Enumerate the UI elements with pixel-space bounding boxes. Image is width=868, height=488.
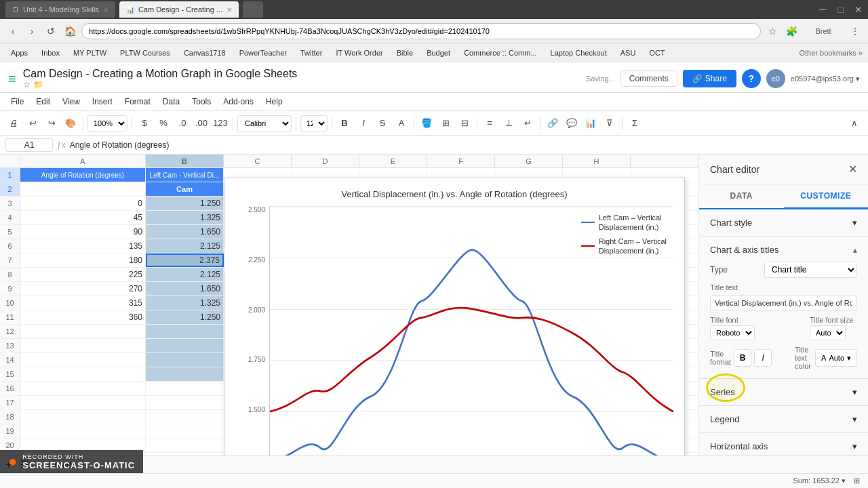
menu-view[interactable]: View (57, 94, 85, 109)
header-cell-b1[interactable]: Left Cam - Vertical Di... (146, 168, 224, 182)
cell-b7[interactable]: 2.375 (146, 253, 224, 267)
cell-a14[interactable] (20, 353, 146, 367)
tab-close-cam[interactable]: ✕ (226, 6, 232, 14)
tab-empty[interactable] (243, 1, 263, 18)
cell-b4[interactable]: 1.325 (146, 211, 224, 224)
comments-button[interactable]: Comments (620, 70, 677, 87)
minimize-btn[interactable]: ─ (819, 3, 827, 16)
paint-format-btn[interactable]: 🎨 (62, 115, 79, 131)
user-email[interactable]: e05974@ips53.org ▾ (791, 75, 860, 83)
tab-data[interactable]: DATA (699, 184, 784, 208)
align-btn[interactable]: ≡ (481, 115, 498, 131)
menu-edit[interactable]: Edit (31, 94, 56, 109)
title-font-size-select[interactable]: Auto (810, 325, 846, 340)
cell-b11[interactable]: 1.250 (146, 310, 224, 324)
chart-container[interactable]: Vertical Displacement (in.) vs. Angle of… (224, 178, 685, 455)
pltw-courses-bookmark[interactable]: PLTW Courses (115, 47, 176, 58)
back-btn[interactable]: ‹ (5, 24, 20, 39)
functions-btn[interactable]: Σ (627, 115, 643, 131)
insert-chart-btn[interactable]: 📊 (583, 115, 599, 131)
cell-a3[interactable]: 0 (20, 197, 146, 210)
chart-axis-titles-header[interactable]: Chart & axis titles ▴ (710, 245, 857, 255)
insert-comment-btn[interactable]: 💬 (564, 115, 580, 131)
series-header[interactable]: Series ▾ (699, 379, 868, 405)
col-header-b[interactable]: B (146, 155, 224, 167)
cell-b10[interactable]: 1.325 (146, 296, 224, 310)
cell-b3[interactable]: 1.250 (146, 197, 224, 210)
twitter-bookmark[interactable]: Twitter (295, 47, 328, 58)
tab-cam-design[interactable]: 📊 Cam Design - Creating ... ✕ (119, 1, 239, 18)
col-header-g[interactable]: G (495, 155, 563, 167)
oct-bookmark[interactable]: OCT (644, 47, 670, 58)
tab-close-unit4[interactable]: ✕ (103, 6, 108, 14)
col-header-f[interactable]: F (427, 155, 495, 167)
fill-color-btn[interactable]: 🪣 (418, 115, 435, 131)
type-select[interactable]: Chart title (764, 262, 857, 278)
cell-b15[interactable] (146, 367, 224, 381)
filter-btn[interactable]: ⊽ (601, 115, 618, 131)
insert-link-btn[interactable]: 🔗 (545, 115, 561, 131)
inbox-bookmark[interactable]: Inbox (36, 47, 65, 58)
chart-style-header[interactable]: Chart style ▾ (699, 209, 868, 236)
help-button[interactable]: ? (742, 69, 761, 88)
more-btn[interactable]: ∧ (846, 115, 863, 131)
decimal-less-btn[interactable]: .00 (193, 115, 210, 131)
other-bookmarks[interactable]: Other bookmarks » (799, 49, 863, 57)
cell-a4[interactable]: 45 (20, 211, 146, 224)
strikethrough-btn[interactable]: S (374, 115, 391, 131)
powerteacher-bookmark[interactable]: PowerTeacher (234, 47, 292, 58)
cell-a12[interactable] (20, 325, 146, 338)
font-select[interactable]: Calibri (237, 115, 292, 131)
mypltw-bookmark[interactable]: MY PLTW (68, 47, 112, 58)
menu-file[interactable]: File (5, 94, 29, 109)
col-header-d[interactable]: D (292, 155, 359, 167)
horizontal-axis-header[interactable]: Horizontal axis ▾ (699, 433, 868, 455)
budget-bookmark[interactable]: Budget (421, 47, 456, 58)
home-btn[interactable]: 🏠 (62, 24, 77, 39)
address-input[interactable] (81, 23, 761, 39)
cell-b12[interactable] (146, 325, 224, 338)
close-editor-icon[interactable]: ✕ (848, 163, 857, 176)
maximize-btn[interactable]: □ (838, 4, 844, 15)
wrap-btn[interactable]: ↵ (519, 115, 536, 131)
folder-icon[interactable]: 📁 (33, 80, 43, 89)
laptop-checkout-bookmark[interactable]: Laptop Checkout (545, 47, 612, 58)
cell-a5[interactable]: 90 (20, 225, 146, 239)
menu-tools[interactable]: Tools (186, 94, 216, 109)
cell-a9[interactable]: 270 (20, 282, 146, 296)
title-color-btn[interactable]: A Auto ▾ (815, 349, 857, 367)
italic-btn[interactable]: I (355, 115, 372, 131)
user-avatar[interactable]: e0 (766, 69, 785, 88)
cell-a17[interactable] (20, 396, 146, 409)
cell-b2[interactable]: Cam (146, 182, 224, 196)
close-btn[interactable]: ✕ (854, 4, 863, 15)
tab-unit4[interactable]: 🗒 Unit 4 - Modeling Skills ✕ (5, 1, 115, 18)
title-text-input[interactable] (710, 296, 857, 310)
cell-a7[interactable]: 180 (20, 253, 146, 267)
borders-btn[interactable]: ⊞ (437, 115, 454, 131)
header-cell-a1[interactable]: Angle of Rotation (degrees) (20, 168, 146, 182)
percent-btn[interactable]: % (155, 115, 172, 131)
extensions-btn[interactable]: 🧩 (784, 24, 799, 39)
cell-a6[interactable]: 135 (20, 239, 146, 253)
cell-b8[interactable]: 2.125 (146, 268, 224, 281)
title-font-select[interactable]: Roboto (710, 325, 755, 340)
italic-format-btn[interactable]: I (754, 349, 772, 367)
col-header-c[interactable]: C (224, 155, 292, 167)
decimal-more-btn[interactable]: .0 (174, 115, 191, 131)
undo-btn[interactable]: ↩ (24, 115, 41, 131)
bold-btn[interactable]: B (336, 115, 353, 131)
zoom-select[interactable]: 100% (87, 115, 127, 131)
font-size-select[interactable]: 12 (300, 115, 328, 131)
star-icon[interactable]: ☆ (23, 80, 31, 89)
user-btn[interactable]: Brett (803, 24, 844, 39)
col-header-a[interactable]: A (20, 155, 146, 167)
tab-customize[interactable]: CUSTOMIZE (784, 184, 869, 209)
menu-addons[interactable]: Add-ons (218, 94, 259, 109)
bold-format-btn[interactable]: B (734, 349, 751, 367)
valign-btn[interactable]: ⊥ (500, 115, 517, 131)
cell-b9[interactable]: 1.650 (146, 282, 224, 296)
cell-b5[interactable]: 1.650 (146, 225, 224, 239)
cell-a10[interactable]: 315 (20, 296, 146, 310)
col-header-e[interactable]: E (359, 155, 427, 167)
